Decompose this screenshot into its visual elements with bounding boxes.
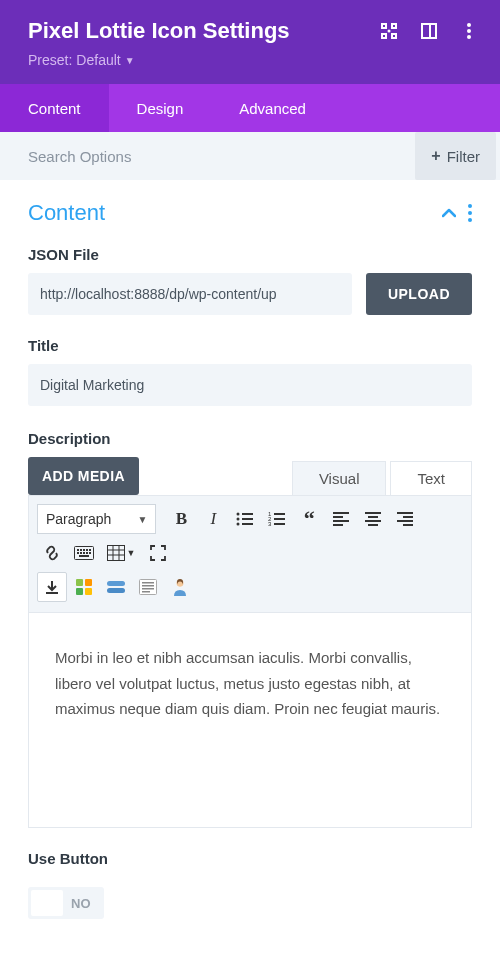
- search-input[interactable]: [0, 148, 415, 165]
- svg-rect-35: [77, 549, 79, 551]
- link-icon[interactable]: [37, 538, 67, 568]
- content-panel: Content JSON File UPLOAD Title Descripti…: [0, 180, 500, 930]
- svg-rect-27: [368, 516, 378, 518]
- chevron-down-icon: ▼: [137, 514, 147, 525]
- search-bar: + Filter: [0, 132, 500, 180]
- svg-point-14: [237, 523, 240, 526]
- svg-rect-60: [142, 588, 154, 590]
- svg-rect-54: [85, 588, 92, 595]
- collapse-icon[interactable]: [442, 208, 456, 218]
- preset-label: Preset:: [28, 52, 72, 68]
- svg-rect-43: [86, 552, 88, 554]
- chevron-down-icon: ▼: [125, 55, 135, 66]
- person-icon[interactable]: [165, 572, 195, 602]
- svg-rect-51: [76, 579, 83, 586]
- svg-rect-38: [86, 549, 88, 551]
- svg-rect-40: [77, 552, 79, 554]
- section-kebab-icon[interactable]: [468, 204, 472, 222]
- svg-rect-1: [392, 24, 396, 28]
- kebab-icon[interactable]: [460, 22, 478, 40]
- preset-selector[interactable]: Preset: Default ▼: [28, 52, 478, 68]
- pill-icon[interactable]: [101, 572, 131, 602]
- editor-body[interactable]: Morbi in leo et nibh accumsan iaculis. M…: [28, 613, 472, 828]
- tab-advanced[interactable]: Advanced: [211, 84, 334, 132]
- keyboard-icon[interactable]: [69, 538, 99, 568]
- svg-rect-0: [382, 24, 386, 28]
- svg-rect-58: [142, 582, 154, 584]
- module-title: Pixel Lottie Icon Settings: [28, 18, 290, 44]
- toolbar-row-1: Paragraph ▼ B I 123 “: [37, 504, 463, 534]
- tab-content[interactable]: Content: [0, 84, 109, 132]
- svg-rect-29: [368, 524, 378, 526]
- plus-icon: +: [431, 147, 440, 165]
- svg-rect-39: [89, 549, 91, 551]
- svg-point-4: [388, 30, 391, 33]
- table-icon[interactable]: ▼: [101, 538, 141, 568]
- italic-icon[interactable]: I: [198, 504, 228, 534]
- svg-rect-36: [80, 549, 82, 551]
- svg-point-10: [237, 513, 240, 516]
- svg-point-7: [467, 23, 471, 27]
- use-button-section: Use Button NO: [28, 850, 472, 920]
- section-header: Content: [28, 200, 472, 226]
- editor-tab-text[interactable]: Text: [390, 461, 472, 495]
- page-lines-icon[interactable]: [133, 572, 163, 602]
- svg-rect-22: [333, 512, 349, 514]
- svg-rect-28: [365, 520, 381, 522]
- toolbar-row-2: ▼: [37, 538, 463, 568]
- align-right-icon[interactable]: [390, 504, 420, 534]
- title-label: Title: [28, 337, 472, 354]
- svg-rect-41: [80, 552, 82, 554]
- numbered-list-icon[interactable]: 123: [262, 504, 292, 534]
- svg-rect-52: [85, 579, 92, 586]
- svg-rect-19: [274, 518, 285, 520]
- blockquote-icon[interactable]: “: [294, 504, 324, 534]
- svg-rect-24: [333, 520, 349, 522]
- add-media-button[interactable]: ADD MEDIA: [28, 457, 139, 495]
- svg-rect-42: [83, 552, 85, 554]
- settings-header: Pixel Lottie Icon Settings: [0, 0, 500, 84]
- tab-design[interactable]: Design: [109, 84, 212, 132]
- bullet-list-icon[interactable]: [230, 504, 260, 534]
- title-field: Title: [28, 337, 472, 406]
- preset-value: Default: [76, 52, 120, 68]
- svg-rect-61: [142, 591, 150, 593]
- filter-button[interactable]: + Filter: [415, 132, 496, 180]
- header-actions: [380, 22, 478, 40]
- json-file-input[interactable]: [28, 273, 352, 315]
- editor-mode-tabs: Visual Text: [288, 461, 472, 495]
- title-input[interactable]: [28, 364, 472, 406]
- svg-rect-45: [79, 555, 89, 557]
- svg-rect-53: [76, 588, 83, 595]
- svg-point-8: [467, 29, 471, 33]
- json-file-label: JSON File: [28, 246, 472, 263]
- svg-rect-25: [333, 524, 343, 526]
- align-center-icon[interactable]: [358, 504, 388, 534]
- svg-rect-26: [365, 512, 381, 514]
- svg-rect-2: [382, 34, 386, 38]
- description-section: Description ADD MEDIA Visual Text Paragr…: [28, 430, 472, 828]
- panel-layout-icon[interactable]: [420, 22, 438, 40]
- upload-button[interactable]: UPLOAD: [366, 273, 472, 315]
- color-grid-icon[interactable]: [69, 572, 99, 602]
- download-icon[interactable]: [37, 572, 67, 602]
- bold-icon[interactable]: B: [166, 504, 196, 534]
- json-file-row: UPLOAD: [28, 273, 472, 315]
- svg-rect-55: [107, 581, 125, 586]
- format-value: Paragraph: [46, 511, 111, 527]
- svg-rect-33: [403, 524, 413, 526]
- format-select[interactable]: Paragraph ▼: [37, 504, 156, 534]
- svg-rect-46: [107, 546, 124, 561]
- toolbar-row-3: [37, 572, 463, 602]
- svg-rect-23: [333, 516, 343, 518]
- svg-rect-31: [403, 516, 413, 518]
- fullscreen-icon[interactable]: [143, 538, 173, 568]
- drag-icon[interactable]: [380, 22, 398, 40]
- editor-tab-visual[interactable]: Visual: [292, 461, 387, 495]
- use-button-toggle[interactable]: NO: [28, 887, 104, 919]
- svg-rect-17: [274, 513, 285, 515]
- section-title: Content: [28, 200, 105, 226]
- align-left-icon[interactable]: [326, 504, 356, 534]
- svg-rect-59: [142, 585, 154, 587]
- description-content: Morbi in leo et nibh accumsan iaculis. M…: [55, 645, 445, 722]
